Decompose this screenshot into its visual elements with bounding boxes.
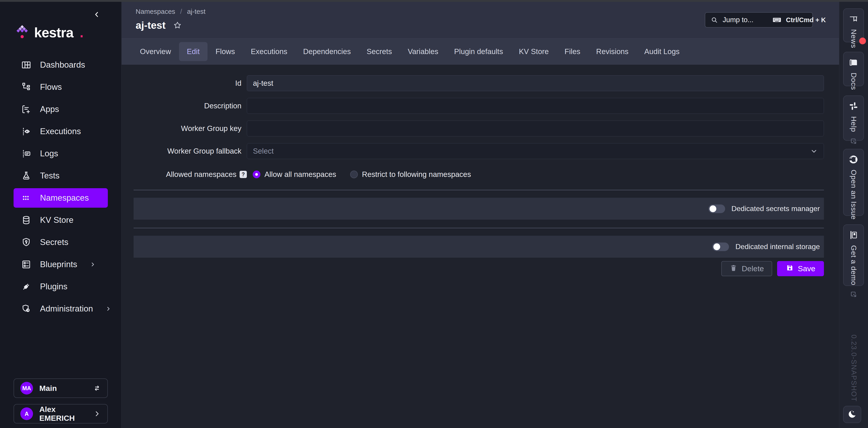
sidebar-item-tests[interactable]: Tests xyxy=(13,166,108,186)
sidebar-item-label: Apps xyxy=(40,105,59,114)
title-row: aj-test xyxy=(135,20,182,31)
sidebar-item-apps[interactable]: Apps xyxy=(13,99,108,119)
sidebar-item-logs[interactable]: Logs xyxy=(13,144,108,163)
tenant-switcher[interactable]: MA Main xyxy=(13,378,108,398)
theme-toggle-button[interactable] xyxy=(843,406,861,423)
sidebar-item-label: KV Store xyxy=(40,216,73,225)
news-icon xyxy=(849,14,858,24)
slack-icon xyxy=(849,101,858,111)
delete-button-label: Delete xyxy=(742,264,764,273)
help-icon[interactable]: ? xyxy=(240,171,247,178)
namespaces-icon xyxy=(21,193,31,203)
tab-revisions[interactable]: Revisions xyxy=(588,42,636,61)
breadcrumb-namespaces[interactable]: Namespaces xyxy=(135,8,175,16)
window-top-strip xyxy=(0,0,868,2)
description-field[interactable] xyxy=(253,102,818,110)
tab-files[interactable]: Files xyxy=(557,42,588,61)
dedicated-internal-storage-label: Dedicated internal storage xyxy=(735,242,820,251)
radio-selected-icon xyxy=(253,171,260,178)
search-input[interactable] xyxy=(723,16,768,24)
docs-icon xyxy=(849,58,858,67)
sidebar-item-blueprints[interactable]: Blueprints xyxy=(13,255,108,274)
tab-kv-store[interactable]: KV Store xyxy=(511,42,557,61)
sidebar-item-administration[interactable]: Administration xyxy=(13,299,108,318)
worker-group-fallback-select[interactable]: Select xyxy=(247,143,824,159)
sidebar-item-label: Plugins xyxy=(40,282,67,291)
chevron-right-icon xyxy=(90,261,96,267)
form-actions: Delete Save xyxy=(133,261,824,276)
dedicated-secrets-manager-label: Dedicated secrets manager xyxy=(732,204,820,213)
search-icon xyxy=(711,16,718,24)
executions-icon xyxy=(21,126,31,137)
keyboard-icon xyxy=(772,16,781,24)
external-link-icon xyxy=(850,291,857,298)
sidebar-item-label: Administration xyxy=(40,304,93,314)
tab-flows[interactable]: Flows xyxy=(208,42,243,61)
dedicated-internal-storage-toggle[interactable] xyxy=(712,242,729,251)
sidebar-item-label: Namespaces xyxy=(40,193,89,203)
flows-icon xyxy=(21,82,31,92)
user-menu[interactable]: A Alex EMERICH xyxy=(13,404,108,424)
tab-audit-logs[interactable]: Audit Logs xyxy=(636,42,687,61)
sidebar-item-dashboards[interactable]: Dashboards xyxy=(13,55,108,75)
sidebar-item-plugins[interactable]: Plugins xyxy=(13,277,108,296)
sidebar-item-label: Executions xyxy=(40,127,81,136)
tab-dependencies[interactable]: Dependencies xyxy=(295,42,359,61)
logs-icon xyxy=(21,148,31,159)
kestra-logo[interactable]: kestra. xyxy=(17,24,84,41)
section-divider xyxy=(133,228,824,228)
breadcrumb-current[interactable]: aj-test xyxy=(187,8,206,16)
id-field[interactable] xyxy=(253,79,818,88)
sidebar-item-secrets[interactable]: Secrets xyxy=(13,232,108,252)
rail-news-button[interactable]: News xyxy=(843,8,864,42)
id-label: Id xyxy=(133,79,247,88)
save-icon xyxy=(786,264,794,274)
allowed-namespaces-label-wrap: Allowed namespaces ? xyxy=(133,170,247,179)
sidebar-item-namespaces[interactable]: Namespaces xyxy=(13,188,108,208)
demo-icon xyxy=(849,230,858,240)
delete-button[interactable]: Delete xyxy=(721,261,772,276)
tab-executions[interactable]: Executions xyxy=(243,42,295,61)
github-icon xyxy=(849,155,858,164)
rail-help-button[interactable]: Help xyxy=(843,95,864,141)
radio-allow-all-namespaces[interactable]: Allow all namespaces xyxy=(253,170,336,179)
administration-icon xyxy=(21,304,31,314)
form-row-worker-group-key: Worker Group key xyxy=(133,120,824,136)
select-placeholder: Select xyxy=(253,147,274,155)
tab-variables[interactable]: Variables xyxy=(400,42,446,61)
rail-open-issue-button[interactable]: Open an Issue xyxy=(843,149,864,216)
form-row-description: Description xyxy=(133,98,824,114)
right-rail: News Docs Help Open an Issue Get a demo … xyxy=(839,2,868,428)
tab-edit[interactable]: Edit xyxy=(179,42,208,61)
rail-docs-button[interactable]: Docs xyxy=(843,52,864,86)
tenant-avatar: MA xyxy=(20,382,33,395)
plugins-icon xyxy=(21,281,31,292)
sidebar-item-flows[interactable]: Flows xyxy=(13,77,108,97)
version-label: 0.23.0-SNAPSHOT xyxy=(850,335,858,402)
sidebar-item-executions[interactable]: Executions xyxy=(13,122,108,141)
breadcrumb: Namespaces / aj-test xyxy=(135,8,206,16)
sidebar-collapse-button[interactable] xyxy=(91,8,103,20)
user-label: Alex EMERICH xyxy=(39,405,87,423)
save-button[interactable]: Save xyxy=(777,261,824,276)
dedicated-secrets-manager-toggle[interactable] xyxy=(708,204,725,213)
tab-overview[interactable]: Overview xyxy=(132,42,179,61)
description-field-wrap xyxy=(247,98,824,114)
radio-unselected-icon xyxy=(350,171,358,178)
sidebar-item-label: Tests xyxy=(40,171,59,180)
sidebar-item-label: Logs xyxy=(40,149,58,159)
notification-dot xyxy=(859,37,866,44)
page-header: Namespaces / aj-test aj-test Ctrl/Cmd + … xyxy=(122,2,839,38)
worker-group-key-field[interactable] xyxy=(253,124,818,133)
sidebar-item-label: Dashboards xyxy=(40,60,85,70)
global-search[interactable]: Ctrl/Cmd + K xyxy=(705,12,813,28)
sidebar-item-kv-store[interactable]: KV Store xyxy=(13,210,108,230)
edit-form: Id Description Worker Group key Worker G… xyxy=(122,65,839,428)
tab-secrets[interactable]: Secrets xyxy=(359,42,400,61)
rail-get-demo-button[interactable]: Get a demo xyxy=(843,224,864,286)
blueprints-icon xyxy=(21,259,31,269)
star-icon[interactable] xyxy=(173,21,182,30)
id-field-wrap xyxy=(247,75,824,91)
radio-restrict-namespaces[interactable]: Restrict to following namespaces xyxy=(350,170,471,179)
tab-plugin-defaults[interactable]: Plugin defaults xyxy=(446,42,511,61)
